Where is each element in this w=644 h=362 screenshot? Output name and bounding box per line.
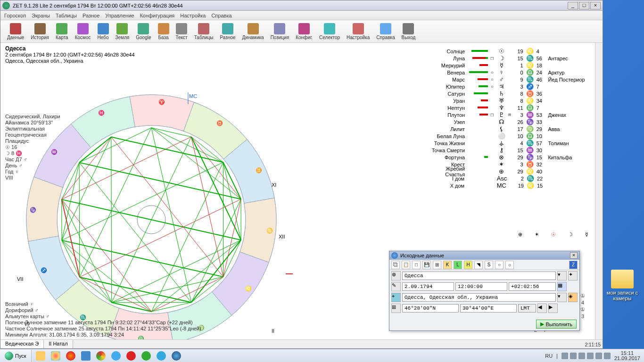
- position-row: Юпитер○♃3♐7: [425, 83, 592, 90]
- start-button[interactable]: Пуск: [0, 350, 32, 362]
- execute-button[interactable]: Выполнить: [536, 320, 577, 329]
- svg-text:♌: ♌: [245, 285, 252, 292]
- tool-Таблицы[interactable]: Таблицы: [191, 22, 216, 41]
- tray-icon[interactable]: [587, 353, 594, 359]
- lang-indicator[interactable]: RU: [545, 353, 553, 359]
- task-firefox[interactable]: [64, 350, 78, 362]
- minimize-button[interactable]: _: [568, 2, 578, 9]
- place-map[interactable]: ◈: [568, 293, 578, 302]
- place-drop[interactable]: ▾: [557, 293, 567, 302]
- time-input[interactable]: [455, 282, 507, 291]
- svg-text:♒: ♒: [51, 148, 58, 155]
- vertical-scrollbar[interactable]: [595, 43, 603, 340]
- task-app-a[interactable]: [79, 350, 93, 362]
- tool-Справка[interactable]: Справка: [373, 22, 397, 41]
- task-explorer[interactable]: [33, 350, 48, 362]
- ptb-s[interactable]: S: [485, 261, 493, 269]
- ptb-dot[interactable]: ○: [495, 261, 504, 269]
- tool-Селектор[interactable]: Селектор: [316, 22, 343, 41]
- menu-Гороскоп[interactable]: Гороскоп: [4, 13, 26, 18]
- menu-Разное[interactable]: Разное: [83, 13, 99, 18]
- name-drop[interactable]: ▾: [557, 271, 567, 280]
- name-extra[interactable]: ✦: [568, 271, 578, 280]
- menu-Управление[interactable]: Управление: [105, 13, 134, 18]
- popup-titlebar[interactable]: Исходные данные ×: [389, 251, 579, 260]
- name-icon[interactable]: ⊗: [391, 271, 401, 280]
- place-icon[interactable]: ⌖: [391, 293, 401, 302]
- date-input[interactable]: [402, 282, 454, 291]
- tray-icon[interactable]: [578, 353, 585, 359]
- tray-icon[interactable]: [561, 353, 568, 359]
- ptb-z[interactable]: Z: [569, 261, 578, 269]
- Небо-icon: [98, 23, 109, 34]
- menu-Конфигурация[interactable]: Конфигурация: [140, 13, 174, 18]
- tool-История[interactable]: История: [28, 22, 52, 41]
- tz-cal[interactable]: ▦: [557, 282, 567, 291]
- source-data-dialog[interactable]: Исходные данные × ⿻ 📋 □ 💾 ⊞ K L H ◥ S ○ …: [389, 251, 580, 331]
- position-row: Солнце☉19♌4: [425, 48, 592, 55]
- ptb-save[interactable]: 💾: [422, 261, 431, 269]
- lat-input[interactable]: [402, 304, 459, 313]
- place-input[interactable]: [402, 293, 556, 302]
- tab-1[interactable]: II Натал: [44, 340, 73, 348]
- ptb-sun[interactable]: ☼: [505, 261, 514, 269]
- task-mail[interactable]: [139, 350, 153, 362]
- menu-Экраны[interactable]: Экраны: [32, 13, 50, 18]
- svg-text:II: II: [272, 328, 274, 334]
- desktop-folder-camera[interactable]: мои записи с камеры: [604, 270, 640, 301]
- ptb-v[interactable]: ◥: [474, 261, 483, 269]
- system-tray[interactable]: RU | 15:11 21.09.2017: [541, 351, 644, 361]
- tool-Текст[interactable]: Текст: [173, 22, 190, 41]
- maximize-button[interactable]: □: [579, 2, 589, 9]
- ptb-paste[interactable]: 📋: [402, 261, 410, 269]
- menu-Настройка[interactable]: Настройка: [180, 13, 206, 18]
- tray-icon[interactable]: [595, 353, 602, 359]
- ptb-db[interactable]: ⊞: [433, 261, 441, 269]
- tool-Конфиг.[interactable]: Конфиг.: [293, 22, 315, 41]
- tool-Небо[interactable]: Небо: [95, 22, 112, 41]
- chart-place: Одесса, Одесская обл., Украина: [5, 58, 83, 64]
- coord-prev[interactable]: ◀: [537, 304, 547, 313]
- popup-close-button[interactable]: ×: [570, 252, 578, 259]
- tool-Карта[interactable]: Карта: [53, 22, 71, 41]
- tool-База[interactable]: База: [155, 22, 172, 41]
- tool-Настройка[interactable]: Настройка: [344, 22, 372, 41]
- menu-Таблицы[interactable]: Таблицы: [56, 13, 77, 18]
- close-button[interactable]: ×: [590, 2, 601, 9]
- tool-Данные[interactable]: Данные: [4, 22, 27, 41]
- tool-Космос[interactable]: Космос: [72, 22, 94, 41]
- task-zet[interactable]: [169, 350, 183, 362]
- task-chrome[interactable]: [94, 350, 108, 362]
- tool-Google[interactable]: Google: [133, 22, 154, 41]
- date-icon[interactable]: ✎: [391, 282, 401, 291]
- ptb-new[interactable]: □: [412, 261, 421, 269]
- task-skype[interactable]: [154, 350, 168, 362]
- svg-line-38: [79, 163, 241, 199]
- tray-icon[interactable]: [570, 353, 577, 359]
- task-ie[interactable]: [109, 350, 123, 362]
- ptb-copy[interactable]: ⿻: [391, 261, 400, 269]
- titlebar[interactable]: ZET 9.1.28 Lite 2 сентября 1794 Вт 12:00…: [0, 0, 603, 11]
- menu-Справка[interactable]: Справка: [211, 13, 231, 18]
- tray-icon[interactable]: [604, 353, 611, 359]
- tool-Разное[interactable]: Разное: [217, 22, 239, 41]
- ptb-l[interactable]: L: [454, 261, 462, 269]
- lon-input[interactable]: [460, 304, 517, 313]
- ptb-h[interactable]: H: [464, 261, 472, 269]
- tab-0[interactable]: Ведическая Э: [0, 340, 44, 348]
- planet-tabs[interactable]: ⊕✶☉☽☿: [518, 231, 588, 238]
- tray-clock[interactable]: 15:11 21.09.2017: [614, 351, 640, 361]
- position-row: Жребий Счастья⊕29♌40: [425, 168, 592, 175]
- coord-next[interactable]: ▶: [548, 304, 558, 313]
- task-paint[interactable]: [49, 350, 63, 362]
- tool-Динамика[interactable]: Динамика: [239, 22, 267, 41]
- tool-Земля[interactable]: Земля: [113, 22, 132, 41]
- ptb-k[interactable]: K: [443, 261, 452, 269]
- coord-icon[interactable]: ⊞: [391, 304, 401, 313]
- Справка-icon: [380, 23, 391, 34]
- tz-input[interactable]: [509, 282, 556, 291]
- tool-Выход[interactable]: Выход: [399, 22, 419, 41]
- name-input[interactable]: [402, 272, 556, 280]
- tool-Позиция[interactable]: Позиция: [268, 22, 292, 41]
- task-opera[interactable]: [124, 350, 138, 362]
